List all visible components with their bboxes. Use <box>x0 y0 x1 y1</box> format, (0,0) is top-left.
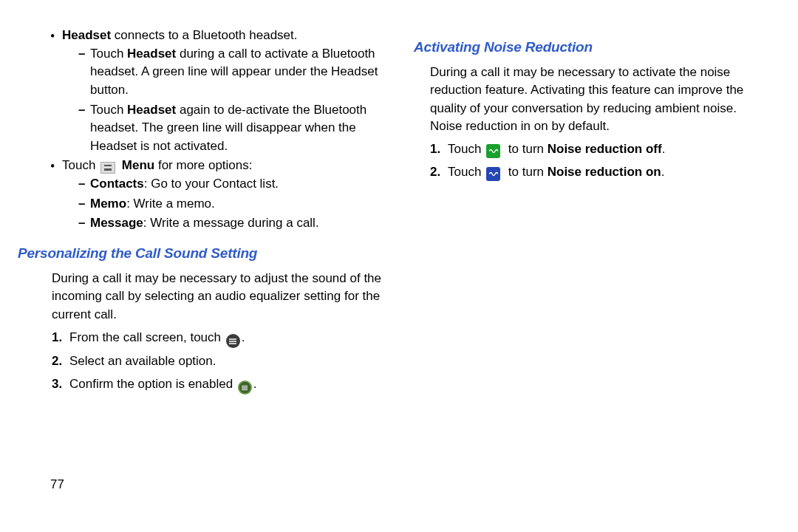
personalizing-intro: During a call it may be necessary to adj… <box>35 270 384 324</box>
step-num: 1. <box>52 329 62 347</box>
step-num: 2. <box>430 163 440 182</box>
noise-reduction-on-icon <box>486 167 500 181</box>
step-num: 2. <box>52 352 62 371</box>
menu-prefix: Touch <box>62 158 99 172</box>
step-prefix: Confirm the option is enabled <box>69 377 236 391</box>
step-mid: to turn <box>505 142 548 156</box>
step-post: . <box>253 377 257 391</box>
sub-suffix: : Write a memo. <box>126 197 215 211</box>
sub-bold: Message <box>90 216 143 230</box>
feature-bullet-list: Headset connects to a Bluetooth headset.… <box>35 27 384 233</box>
sub-bold: Contacts <box>90 177 144 191</box>
headset-label: Headset <box>62 28 111 42</box>
sub-bold: Memo <box>90 197 126 211</box>
noise-step-1: 1. Touch to turn Noise reduction off. <box>430 140 763 159</box>
menu-icon <box>100 162 115 174</box>
headset-sublist: Touch Headset during a call to activate … <box>62 45 384 156</box>
equalizer-icon <box>226 334 240 348</box>
step-post: . <box>242 330 245 344</box>
section-heading-personalizing: Personalizing the Call Sound Setting <box>18 243 384 264</box>
noise-steps: 1. Touch to turn Noise reduction off. 2.… <box>414 140 763 181</box>
sub-suffix: : Write a message during a call. <box>143 216 319 230</box>
menu-message: Message: Write a message during a call. <box>78 214 384 233</box>
personalizing-steps: 1. From the call screen, touch . 2. Sele… <box>35 329 384 395</box>
section-heading-noise: Activating Noise Reduction <box>414 37 763 58</box>
noise-intro: During a call it may be necessary to act… <box>414 64 763 137</box>
noise-reduction-off-icon <box>486 144 500 158</box>
step-bold: Noise reduction off <box>548 142 662 156</box>
menu-suffix: for more options: <box>154 158 252 172</box>
step-mid: to turn <box>505 165 548 179</box>
step-1: 1. From the call screen, touch . <box>52 329 384 349</box>
left-column: Headset connects to a Bluetooth headset.… <box>35 27 384 494</box>
headset-bullet: Headset connects to a Bluetooth headset.… <box>50 27 384 155</box>
headset-sub-deactivate: Touch Headset again to de-activate the B… <box>78 101 384 156</box>
sub-prefix: Touch <box>90 103 127 117</box>
sub-bold: Headset <box>127 47 176 61</box>
headset-tail: connects to a Bluetooth headset. <box>111 28 297 42</box>
step-text: Select an available option. <box>69 354 216 368</box>
sub-suffix: : Go to your Contact list. <box>144 177 279 191</box>
sub-bold: Headset <box>127 103 176 117</box>
step-bold: Noise reduction on <box>548 165 661 179</box>
sub-prefix: Touch <box>90 47 127 61</box>
menu-contacts: Contacts: Go to your Contact list. <box>78 175 384 194</box>
noise-step-2: 2. Touch to turn Noise reduction on. <box>430 163 763 182</box>
manual-page: Headset connects to a Bluetooth headset.… <box>0 0 798 512</box>
menu-sublist: Contacts: Go to your Contact list. Memo:… <box>62 175 384 233</box>
equalizer-enabled-icon <box>238 381 252 395</box>
step-num: 3. <box>52 375 62 394</box>
step-post: . <box>661 165 665 179</box>
right-column: Activating Noise Reduction During a call… <box>414 27 763 494</box>
page-number: 77 <box>35 476 384 494</box>
headset-sub-activate: Touch Headset during a call to activate … <box>78 45 384 100</box>
step-2: 2. Select an available option. <box>52 352 384 371</box>
step-prefix: Touch <box>448 165 485 179</box>
menu-bold: Menu <box>122 158 154 172</box>
menu-bullet: Touch Menu for more options: Contacts: G… <box>50 157 384 233</box>
step-prefix: From the call screen, touch <box>69 330 225 344</box>
step-prefix: Touch <box>448 142 485 156</box>
step-post: . <box>662 142 666 156</box>
step-num: 1. <box>430 140 440 159</box>
step-3: 3. Confirm the option is enabled . <box>52 375 384 395</box>
menu-memo: Memo: Write a memo. <box>78 195 384 214</box>
